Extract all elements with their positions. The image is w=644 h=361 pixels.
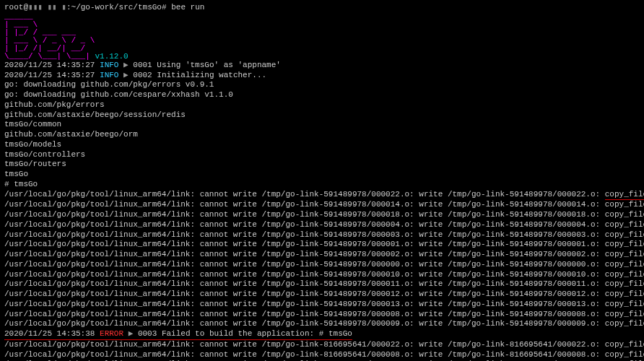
linker-errors-1: /usr/local/go/pkg/tool/linux_arm64/link:…: [4, 190, 640, 330]
download-line: go: downloading github.com/cespare/xxhas…: [4, 90, 640, 100]
linker-error-line: /usr/local/go/pkg/tool/linux_arm64/link:…: [4, 230, 640, 240]
download-block: go: downloading github.com/pkg/errors v0…: [4, 80, 640, 100]
linker-error-line: /usr/local/go/pkg/tool/linux_arm64/link:…: [4, 260, 640, 270]
linker-error-line: /usr/local/go/pkg/tool/linux_arm64/link:…: [4, 270, 640, 280]
linker-errors-2: /usr/local/go/pkg/tool/linux_arm64/link:…: [4, 340, 640, 361]
linker-error-line: /usr/local/go/pkg/tool/linux_arm64/link:…: [4, 240, 640, 250]
linker-error-line: /usr/local/go/pkg/tool/linux_arm64/link:…: [4, 290, 640, 300]
prompt-path: :~/go-work/src/tmsGo#: [66, 3, 167, 12]
package-line: tmsGo/routers: [4, 160, 640, 170]
package-line: # tmsGo: [4, 180, 640, 190]
linker-error-line: /usr/local/go/pkg/tool/linux_arm64/link:…: [4, 340, 640, 350]
prompt-host: ▮▮▮ ▮▮ ▮: [28, 3, 66, 12]
linker-error-line: /usr/local/go/pkg/tool/linux_arm64/link:…: [4, 319, 640, 329]
linker-error-line: /usr/local/go/pkg/tool/linux_arm64/link:…: [4, 220, 640, 230]
prompt-command: bee run: [171, 3, 204, 12]
package-line: github.com/pkg/errors: [4, 100, 640, 110]
package-line: github.com/astaxie/beego/session/redis: [4, 110, 640, 121]
package-line: tmsGo/common: [4, 120, 640, 130]
linker-error-line: /usr/local/go/pkg/tool/linux_arm64/link:…: [4, 310, 640, 320]
terminal-output[interactable]: root@▮▮▮ ▮▮ ▮:~/go-work/src/tmsGo# bee r…: [4, 3, 640, 361]
linker-error-line: /usr/local/go/pkg/tool/linux_arm64/link:…: [4, 190, 640, 201]
info-block: 2020/11/25 14:35:27 INFO ▶ 0001 Using 't…: [4, 61, 640, 81]
prompt-line: root@▮▮▮ ▮▮ ▮:~/go-work/src/tmsGo# bee r…: [4, 3, 640, 13]
bee-logo: ______ | ___ \ | |_/ / ___ ___ | ___ \ /…: [4, 13, 640, 61]
linker-error-line: /usr/local/go/pkg/tool/linux_arm64/link:…: [4, 200, 640, 210]
prompt-user: root@: [4, 3, 28, 12]
error-line: 2020/11/25 14:35:38 ERROR ▶ 0003 Failed …: [4, 329, 640, 340]
download-line: go: downloading github.com/pkg/errors v0…: [4, 80, 640, 90]
log-line: 2020/11/25 14:35:27 INFO ▶ 0001 Using 't…: [4, 61, 640, 71]
linker-error-line: /usr/local/go/pkg/tool/linux_arm64/link:…: [4, 279, 640, 290]
linker-error-line: /usr/local/go/pkg/tool/linux_arm64/link:…: [4, 300, 640, 310]
package-block: github.com/pkg/errorsgithub.com/astaxie/…: [4, 100, 640, 190]
error-label: ERROR: [100, 329, 123, 338]
package-line: github.com/astaxie/beego/orm: [4, 130, 640, 140]
package-line: tmsGo/models: [4, 140, 640, 150]
linker-error-line: /usr/local/go/pkg/tool/linux_arm64/link:…: [4, 210, 640, 220]
package-line: tmsGo: [4, 170, 640, 180]
package-line: tmsGo/controllers: [4, 150, 640, 160]
linker-error-line: /usr/local/go/pkg/tool/linux_arm64/link:…: [4, 250, 640, 260]
linker-error-line: /usr/local/go/pkg/tool/linux_arm64/link:…: [4, 350, 640, 360]
log-line: 2020/11/25 14:35:27 INFO ▶ 0002 Initiali…: [4, 71, 640, 81]
version-label: v1.12.0: [90, 52, 129, 61]
